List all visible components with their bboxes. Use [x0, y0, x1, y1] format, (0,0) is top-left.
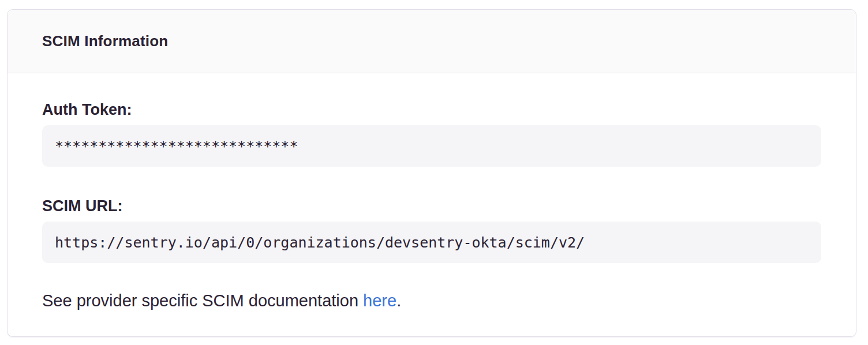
auth-token-label: Auth Token: — [42, 100, 821, 120]
scim-url-value-field[interactable]: https://sentry.io/api/0/organizations/de… — [42, 222, 821, 263]
panel-title: SCIM Information — [42, 32, 168, 50]
panel-header: SCIM Information — [8, 10, 856, 73]
documentation-note: See provider specific SCIM documentation… — [42, 291, 821, 311]
panel-body: Auth Token: ****************************… — [8, 73, 856, 336]
auth-token-section: Auth Token: **************************** — [42, 100, 821, 167]
scim-url-label: SCIM URL: — [42, 196, 821, 216]
scim-url-section: SCIM URL: https://sentry.io/api/0/organi… — [42, 196, 821, 263]
documentation-note-prefix: See provider specific SCIM documentation — [42, 291, 363, 310]
documentation-note-suffix: . — [396, 291, 401, 310]
auth-token-value-field[interactable]: **************************** — [42, 125, 821, 167]
documentation-here-link[interactable]: here — [363, 291, 396, 310]
scim-information-panel: SCIM Information Auth Token: ***********… — [7, 9, 856, 337]
